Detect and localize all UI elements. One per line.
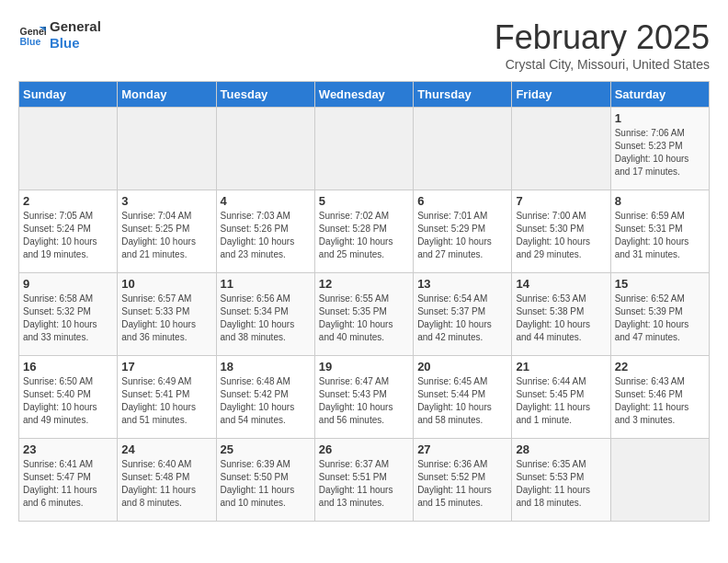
calendar-week-1: 1Sunrise: 7:06 AM Sunset: 5:23 PM Daylig…	[19, 108, 710, 190]
day-info: Sunrise: 6:35 AM Sunset: 5:53 PM Dayligh…	[516, 458, 606, 510]
day-number: 26	[319, 442, 409, 456]
calendar-cell: 14Sunrise: 6:53 AM Sunset: 5:38 PM Dayli…	[512, 273, 610, 356]
col-wednesday: Wednesday	[314, 82, 413, 108]
calendar-title: February 2025	[495, 18, 710, 57]
day-number: 10	[121, 277, 211, 291]
calendar-cell: 22Sunrise: 6:43 AM Sunset: 5:46 PM Dayli…	[610, 356, 709, 439]
day-number: 6	[417, 194, 507, 208]
calendar-cell: 25Sunrise: 6:39 AM Sunset: 5:50 PM Dayli…	[216, 439, 314, 522]
day-info: Sunrise: 6:50 AM Sunset: 5:40 PM Dayligh…	[23, 375, 113, 427]
calendar-cell: 11Sunrise: 6:56 AM Sunset: 5:34 PM Dayli…	[216, 273, 314, 356]
calendar-cell: 8Sunrise: 6:59 AM Sunset: 5:31 PM Daylig…	[610, 190, 709, 273]
calendar-cell	[610, 439, 709, 522]
day-info: Sunrise: 6:45 AM Sunset: 5:44 PM Dayligh…	[417, 375, 507, 427]
page-header: General Blue General Blue February 2025 …	[18, 18, 710, 72]
day-info: Sunrise: 7:06 AM Sunset: 5:23 PM Dayligh…	[615, 127, 705, 178]
calendar-week-5: 23Sunrise: 6:41 AM Sunset: 5:47 PM Dayli…	[19, 439, 710, 522]
day-number: 22	[615, 360, 705, 373]
col-monday: Monday	[118, 82, 216, 108]
day-info: Sunrise: 6:55 AM Sunset: 5:35 PM Dayligh…	[319, 293, 409, 344]
col-saturday: Saturday	[610, 82, 709, 108]
day-number: 3	[121, 194, 211, 208]
day-info: Sunrise: 7:04 AM Sunset: 5:25 PM Dayligh…	[121, 210, 211, 261]
day-number: 28	[516, 442, 606, 456]
svg-text:Blue: Blue	[20, 36, 41, 47]
calendar-cell	[314, 108, 413, 190]
calendar-cell: 2Sunrise: 7:05 AM Sunset: 5:24 PM Daylig…	[19, 190, 118, 273]
day-info: Sunrise: 6:58 AM Sunset: 5:32 PM Dayligh…	[23, 293, 113, 344]
calendar-cell: 16Sunrise: 6:50 AM Sunset: 5:40 PM Dayli…	[19, 356, 118, 439]
day-number: 19	[319, 360, 409, 373]
day-number: 9	[23, 277, 113, 291]
calendar-cell: 7Sunrise: 7:00 AM Sunset: 5:30 PM Daylig…	[512, 190, 610, 273]
calendar-cell	[216, 108, 314, 190]
day-info: Sunrise: 6:56 AM Sunset: 5:34 PM Dayligh…	[221, 293, 311, 344]
calendar-cell: 23Sunrise: 6:41 AM Sunset: 5:47 PM Dayli…	[19, 439, 118, 522]
day-info: Sunrise: 6:43 AM Sunset: 5:46 PM Dayligh…	[615, 375, 705, 427]
calendar-subtitle: Crystal City, Missouri, United States	[495, 57, 710, 72]
calendar-cell: 24Sunrise: 6:40 AM Sunset: 5:48 PM Dayli…	[118, 439, 216, 522]
calendar-cell: 19Sunrise: 6:47 AM Sunset: 5:43 PM Dayli…	[314, 356, 413, 439]
day-info: Sunrise: 6:49 AM Sunset: 5:41 PM Dayligh…	[121, 375, 211, 427]
day-info: Sunrise: 6:48 AM Sunset: 5:42 PM Dayligh…	[221, 375, 311, 427]
day-number: 4	[221, 194, 311, 208]
calendar-cell: 21Sunrise: 6:44 AM Sunset: 5:45 PM Dayli…	[512, 356, 610, 439]
calendar-cell: 20Sunrise: 6:45 AM Sunset: 5:44 PM Dayli…	[414, 356, 512, 439]
col-tuesday: Tuesday	[216, 82, 314, 108]
calendar-cell: 5Sunrise: 7:02 AM Sunset: 5:28 PM Daylig…	[314, 190, 413, 273]
calendar-cell: 15Sunrise: 6:52 AM Sunset: 5:39 PM Dayli…	[610, 273, 709, 356]
col-friday: Friday	[512, 82, 610, 108]
day-number: 8	[615, 194, 705, 208]
day-number: 16	[23, 360, 113, 373]
day-info: Sunrise: 6:53 AM Sunset: 5:38 PM Dayligh…	[516, 293, 606, 344]
day-info: Sunrise: 6:39 AM Sunset: 5:50 PM Dayligh…	[221, 458, 311, 510]
title-area: February 2025 Crystal City, Missouri, Un…	[495, 18, 710, 72]
day-info: Sunrise: 6:40 AM Sunset: 5:48 PM Dayligh…	[121, 458, 211, 510]
day-info: Sunrise: 6:37 AM Sunset: 5:51 PM Dayligh…	[319, 458, 409, 510]
calendar-cell: 28Sunrise: 6:35 AM Sunset: 5:53 PM Dayli…	[512, 439, 610, 522]
calendar-cell	[414, 108, 512, 190]
day-number: 15	[615, 277, 705, 291]
day-info: Sunrise: 6:47 AM Sunset: 5:43 PM Dayligh…	[319, 375, 409, 427]
header-row: Sunday Monday Tuesday Wednesday Thursday…	[19, 82, 710, 108]
day-info: Sunrise: 6:59 AM Sunset: 5:31 PM Dayligh…	[615, 210, 705, 261]
logo-text-general: General	[50, 18, 101, 35]
day-number: 20	[417, 360, 507, 373]
logo: General Blue General Blue	[18, 18, 101, 52]
day-number: 14	[516, 277, 606, 291]
day-number: 24	[121, 442, 211, 456]
calendar-cell: 1Sunrise: 7:06 AM Sunset: 5:23 PM Daylig…	[610, 108, 709, 190]
calendar-cell: 6Sunrise: 7:01 AM Sunset: 5:29 PM Daylig…	[414, 190, 512, 273]
day-number: 23	[23, 442, 113, 456]
day-info: Sunrise: 6:36 AM Sunset: 5:52 PM Dayligh…	[417, 458, 507, 510]
day-number: 13	[417, 277, 507, 291]
calendar-cell: 26Sunrise: 6:37 AM Sunset: 5:51 PM Dayli…	[314, 439, 413, 522]
day-info: Sunrise: 6:44 AM Sunset: 5:45 PM Dayligh…	[516, 375, 606, 427]
day-info: Sunrise: 7:05 AM Sunset: 5:24 PM Dayligh…	[23, 210, 113, 261]
calendar-cell: 12Sunrise: 6:55 AM Sunset: 5:35 PM Dayli…	[314, 273, 413, 356]
day-info: Sunrise: 6:57 AM Sunset: 5:33 PM Dayligh…	[121, 293, 211, 344]
calendar-table: Sunday Monday Tuesday Wednesday Thursday…	[18, 81, 710, 522]
calendar-cell: 3Sunrise: 7:04 AM Sunset: 5:25 PM Daylig…	[118, 190, 216, 273]
calendar-cell: 17Sunrise: 6:49 AM Sunset: 5:41 PM Dayli…	[118, 356, 216, 439]
calendar-cell	[512, 108, 610, 190]
calendar-cell: 18Sunrise: 6:48 AM Sunset: 5:42 PM Dayli…	[216, 356, 314, 439]
day-info: Sunrise: 7:03 AM Sunset: 5:26 PM Dayligh…	[221, 210, 311, 261]
day-info: Sunrise: 7:01 AM Sunset: 5:29 PM Dayligh…	[417, 210, 507, 261]
day-info: Sunrise: 7:02 AM Sunset: 5:28 PM Dayligh…	[319, 210, 409, 261]
calendar-cell: 4Sunrise: 7:03 AM Sunset: 5:26 PM Daylig…	[216, 190, 314, 273]
day-number: 27	[417, 442, 507, 456]
day-info: Sunrise: 6:41 AM Sunset: 5:47 PM Dayligh…	[23, 458, 113, 510]
day-info: Sunrise: 7:00 AM Sunset: 5:30 PM Dayligh…	[516, 210, 606, 261]
day-number: 18	[221, 360, 311, 373]
calendar-week-3: 9Sunrise: 6:58 AM Sunset: 5:32 PM Daylig…	[19, 273, 710, 356]
calendar-cell	[19, 108, 118, 190]
col-thursday: Thursday	[414, 82, 512, 108]
logo-icon: General Blue	[18, 21, 46, 49]
day-info: Sunrise: 6:54 AM Sunset: 5:37 PM Dayligh…	[417, 293, 507, 344]
day-number: 7	[516, 194, 606, 208]
calendar-cell	[118, 108, 216, 190]
day-number: 12	[319, 277, 409, 291]
day-number: 11	[221, 277, 311, 291]
calendar-cell: 10Sunrise: 6:57 AM Sunset: 5:33 PM Dayli…	[118, 273, 216, 356]
